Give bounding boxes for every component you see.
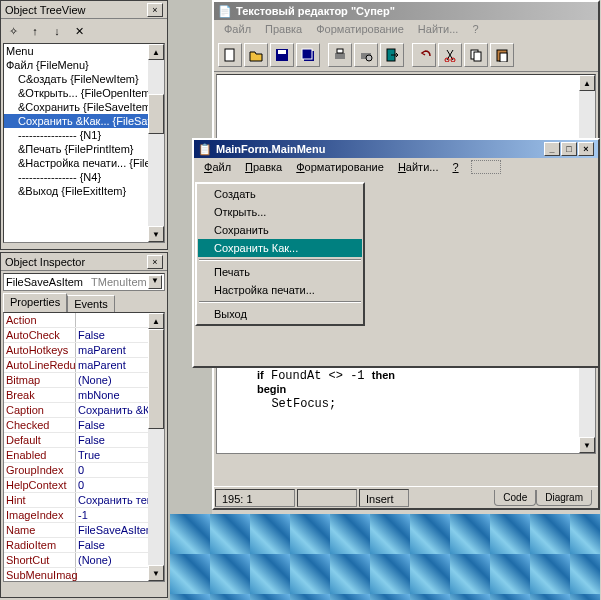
new-file-icon[interactable] xyxy=(218,43,242,67)
property-row[interactable]: BreakmbNone xyxy=(4,388,164,403)
property-row[interactable]: HintСохранить текущ xyxy=(4,493,164,508)
dropdown-item[interactable]: Выход xyxy=(198,305,362,323)
dropdown-item[interactable]: Открыть... xyxy=(198,203,362,221)
svg-point-8 xyxy=(366,55,372,61)
property-row[interactable]: AutoHotkeysmaParent xyxy=(4,343,164,358)
property-row[interactable]: ShortCut(None) xyxy=(4,553,164,568)
prop-name: Hint xyxy=(4,493,76,507)
dropdown-item[interactable]: Сохранить xyxy=(198,221,362,239)
editor-titlebar[interactable]: 📄 Текстовый редактор "Супер" xyxy=(214,2,598,20)
close-icon[interactable]: × xyxy=(147,255,163,269)
property-row[interactable]: DefaultFalse xyxy=(4,433,164,448)
property-row[interactable]: HelpContext0 xyxy=(4,478,164,493)
dropdown-item[interactable]: Настройка печати... xyxy=(198,281,362,299)
cut-icon[interactable] xyxy=(438,43,462,67)
popup-title: MainForm.MainMenu xyxy=(216,140,325,158)
up-icon[interactable]: ↑ xyxy=(25,21,45,41)
property-row[interactable]: ImageIndex-1 xyxy=(4,508,164,523)
editor-title: Текстовый редактор "Супер" xyxy=(236,2,395,20)
scroll-down-icon[interactable]: ▼ xyxy=(579,437,595,453)
menu-item[interactable]: Правка xyxy=(239,160,288,174)
tree-item[interactable]: ---------------- {N1} xyxy=(4,128,164,142)
menu-item[interactable]: Правка xyxy=(259,22,308,36)
exit-icon[interactable] xyxy=(380,43,404,67)
print-setup-icon[interactable] xyxy=(354,43,378,67)
menu-item[interactable]: Файл xyxy=(218,22,257,36)
print-icon[interactable] xyxy=(328,43,352,67)
delete-icon[interactable]: ✕ xyxy=(69,21,89,41)
close-icon[interactable]: × xyxy=(578,142,594,156)
new-icon[interactable]: ✧ xyxy=(3,21,23,41)
scroll-thumb[interactable] xyxy=(148,329,164,429)
scroll-down-icon[interactable]: ▼ xyxy=(148,565,164,581)
inspector-title: Object Inspector xyxy=(5,253,85,271)
scrollbar-v[interactable]: ▲ ▼ xyxy=(148,313,164,581)
copy-icon[interactable] xyxy=(464,43,488,67)
menu-item[interactable]: Найти... xyxy=(412,22,465,36)
treeview-toolbar: ✧ ↑ ↓ ✕ xyxy=(1,19,167,43)
prop-name: AutoHotkeys xyxy=(4,343,76,357)
tree-item[interactable]: ---------------- {N4} xyxy=(4,170,164,184)
property-row[interactable]: NameFileSaveAsItem xyxy=(4,523,164,538)
dropdown-item[interactable]: Сохранить Как... xyxy=(198,239,362,257)
svg-rect-6 xyxy=(337,49,343,53)
minimize-icon[interactable]: _ xyxy=(544,142,560,156)
app-icon: 📄 xyxy=(218,2,232,20)
property-row[interactable]: RadioItemFalse xyxy=(4,538,164,553)
tab-diagram[interactable]: Diagram xyxy=(536,490,592,506)
tree-item[interactable]: Menu xyxy=(4,44,164,58)
property-row[interactable]: AutoCheckFalse xyxy=(4,328,164,343)
scroll-up-icon[interactable]: ▲ xyxy=(579,75,595,91)
tree-item[interactable]: Файл {FileMenu} xyxy=(4,58,164,72)
app-icon: 📋 xyxy=(198,140,212,158)
tree-item[interactable]: &Открыть... {FileOpenItem} xyxy=(4,86,164,100)
tree-item[interactable]: С&оздать {FileNewItem} xyxy=(4,72,164,86)
scroll-thumb[interactable] xyxy=(148,94,164,134)
tree-item[interactable]: &Настройка печати... {FilePrintS xyxy=(4,156,164,170)
prop-name: SubMenuImag xyxy=(4,568,76,582)
property-row[interactable]: SubMenuImag xyxy=(4,568,164,582)
paste-icon[interactable] xyxy=(490,43,514,67)
scroll-up-icon[interactable]: ▲ xyxy=(148,44,164,60)
scroll-up-icon[interactable]: ▲ xyxy=(148,313,164,329)
menu-item[interactable]: Форматирование xyxy=(290,160,390,174)
menu-item[interactable]: Файл xyxy=(198,160,237,174)
chevron-down-icon[interactable]: ▼ xyxy=(148,275,162,289)
inspector-titlebar: Object Inspector × xyxy=(1,253,167,271)
property-row[interactable]: Action xyxy=(4,313,164,328)
new-menu-placeholder[interactable] xyxy=(471,160,501,174)
tree-item[interactable]: &Сохранить {FileSaveItem} xyxy=(4,100,164,114)
property-row[interactable]: Bitmap(None) xyxy=(4,373,164,388)
scrollbar-v[interactable]: ▲ ▼ xyxy=(148,44,164,242)
menu-item[interactable]: Найти... xyxy=(392,160,445,174)
close-icon[interactable]: × xyxy=(147,3,163,17)
editor-toolbar xyxy=(214,38,598,72)
menu-item[interactable]: ? xyxy=(466,22,484,36)
dropdown-item[interactable]: Создать xyxy=(198,185,362,203)
tree-item[interactable]: &Печать {FilePrintItem} xyxy=(4,142,164,156)
scroll-down-icon[interactable]: ▼ xyxy=(148,226,164,242)
component-selector[interactable]: FileSaveAsItem TMenuItem ▼ xyxy=(3,273,165,291)
property-row[interactable]: GroupIndex0 xyxy=(4,463,164,478)
tree-item[interactable]: &Выход {FileExitItem} xyxy=(4,184,164,198)
maximize-icon[interactable]: □ xyxy=(561,142,577,156)
property-row[interactable]: CheckedFalse xyxy=(4,418,164,433)
undo-icon[interactable] xyxy=(412,43,436,67)
tree-item[interactable]: Сохранить &Как... {FileSaveAsI xyxy=(4,114,164,128)
property-row[interactable]: EnabledTrue xyxy=(4,448,164,463)
menu-item[interactable]: ? xyxy=(446,160,464,174)
menu-item[interactable]: Форматирование xyxy=(310,22,410,36)
tab-code[interactable]: Code xyxy=(494,490,536,506)
tab-events[interactable]: Events xyxy=(67,295,115,312)
property-row[interactable]: AutoLineRedumaParent xyxy=(4,358,164,373)
tab-properties[interactable]: Properties xyxy=(3,293,67,312)
property-row[interactable]: CaptionСохранить &Как. xyxy=(4,403,164,418)
save-all-icon[interactable] xyxy=(296,43,320,67)
popup-titlebar[interactable]: 📋 MainForm.MainMenu _ □ × xyxy=(194,140,598,158)
dropdown-item[interactable]: Печать xyxy=(198,263,362,281)
down-icon[interactable]: ↓ xyxy=(47,21,67,41)
object-treeview-panel: Object TreeView × ✧ ↑ ↓ ✕ MenuФайл {File… xyxy=(0,0,168,250)
save-icon[interactable] xyxy=(270,43,294,67)
prop-name: Enabled xyxy=(4,448,76,462)
open-file-icon[interactable] xyxy=(244,43,268,67)
